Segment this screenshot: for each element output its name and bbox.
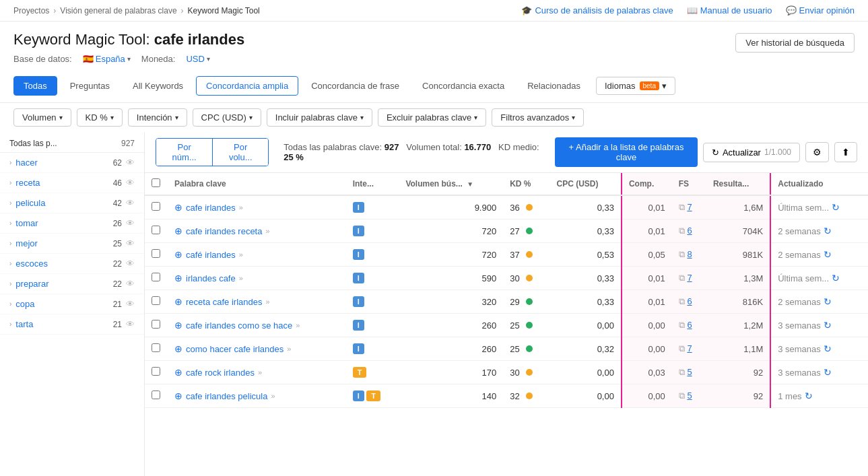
eye-icon[interactable]: 👁 [126, 158, 135, 168]
fs-number[interactable]: 7 [687, 202, 692, 212]
row-refresh-icon[interactable]: ↻ [805, 390, 813, 401]
row-refresh-icon[interactable]: ↻ [824, 343, 832, 354]
plus-icon[interactable]: ⊕ [174, 343, 182, 354]
row-checkbox[interactable] [152, 273, 160, 281]
eye-icon[interactable]: 👁 [126, 238, 135, 248]
row-checkbox[interactable] [152, 343, 160, 352]
row-refresh-icon[interactable]: ↻ [824, 226, 832, 236]
sidebar-item-copa[interactable]: › copa 21 👁 [0, 294, 144, 314]
plus-icon[interactable]: ⊕ [174, 202, 182, 213]
link-manual[interactable]: 📖 Manual de usuario [687, 5, 772, 15]
eye-icon[interactable]: 👁 [126, 218, 135, 228]
tab-concordancia-amplia[interactable]: Concordancia amplia [196, 76, 298, 96]
view-by-number[interactable]: Por núm... [156, 139, 213, 166]
fs-icon[interactable]: ⧉ [679, 296, 685, 306]
row-checkbox[interactable] [152, 320, 160, 329]
plus-icon[interactable]: ⊕ [174, 320, 182, 331]
breadcrumb-proyectos[interactable]: Proyectos [13, 6, 49, 15]
fs-number[interactable]: 6 [687, 296, 692, 306]
row-checkbox[interactable] [152, 226, 160, 234]
sidebar-item-mejor[interactable]: › mejor 25 👁 [0, 234, 144, 254]
link-curso[interactable]: 🎓 Curso de análisis de palabras clave [521, 5, 673, 15]
filter-volumen[interactable]: Volumen ▾ [13, 108, 71, 127]
tab-concordancia-exacta[interactable]: Concordancia exacta [412, 76, 514, 96]
tab-todas[interactable]: Todas [13, 76, 57, 96]
plus-icon[interactable]: ⊕ [174, 249, 182, 260]
plus-icon[interactable]: ⊕ [174, 390, 182, 401]
keyword-link[interactable]: cafe irlandes receta [186, 226, 262, 236]
eye-icon[interactable]: 👁 [126, 279, 135, 289]
eye-icon[interactable]: 👁 [126, 259, 135, 269]
plus-icon[interactable]: ⊕ [174, 273, 182, 283]
eye-icon[interactable]: 👁 [126, 198, 135, 208]
keyword-link[interactable]: cafe rock irlandes [186, 368, 255, 378]
filter-incluir[interactable]: Incluir palabras clave ▾ [267, 108, 372, 127]
plus-icon[interactable]: ⊕ [174, 367, 182, 378]
row-checkbox[interactable] [152, 296, 160, 305]
sidebar-item-tarta[interactable]: › tarta 21 👁 [0, 314, 144, 335]
tab-allkw[interactable]: All Keywords [123, 76, 193, 96]
filter-cpc[interactable]: CPC (USD) ▾ [193, 108, 261, 127]
fs-icon[interactable]: ⧉ [679, 202, 685, 212]
sidebar-item-escoces[interactable]: › escoces 22 👁 [0, 254, 144, 274]
history-button[interactable]: Ver historial de búsqueda [735, 33, 855, 53]
row-refresh-icon[interactable]: ↻ [832, 202, 840, 213]
fs-number[interactable]: 7 [687, 343, 692, 353]
tab-concordancia-frase[interactable]: Concordancia de frase [301, 76, 409, 96]
eye-icon[interactable]: 👁 [126, 299, 135, 309]
sidebar-item-receta[interactable]: › receta 46 👁 [0, 173, 144, 193]
add-to-list-button[interactable]: + Añadir a la lista de palabras clave [555, 137, 698, 167]
sidebar-item-hacer[interactable]: › hacer 62 👁 [0, 153, 144, 173]
filter-intencion[interactable]: Intención ▾ [128, 108, 187, 127]
fs-icon[interactable]: ⧉ [679, 390, 685, 401]
fs-icon[interactable]: ⧉ [679, 320, 685, 330]
row-checkbox[interactable] [152, 390, 160, 399]
tab-idiomas[interactable]: Idiomas beta ▾ [596, 77, 675, 95]
row-refresh-icon[interactable]: ↻ [824, 367, 832, 378]
fs-number[interactable]: 6 [687, 226, 692, 236]
keyword-link[interactable]: cafe irlandes pelicula [186, 391, 267, 401]
export-icon-button[interactable]: ⬆ [834, 142, 857, 162]
row-refresh-icon[interactable]: ↻ [824, 249, 832, 260]
eye-icon[interactable]: 👁 [126, 178, 135, 188]
fs-number[interactable]: 5 [687, 367, 692, 377]
database-select[interactable]: 🇪🇸 España ▾ [83, 54, 131, 64]
eye-icon[interactable]: 👁 [126, 319, 135, 329]
view-by-volume[interactable]: Por volu... [213, 139, 268, 166]
keyword-link[interactable]: receta cafe irlandes [186, 297, 262, 307]
fs-number[interactable]: 7 [687, 273, 692, 283]
row-checkbox[interactable] [152, 367, 160, 376]
row-refresh-icon[interactable]: ↻ [824, 320, 832, 331]
fs-icon[interactable]: ⧉ [679, 343, 685, 353]
fs-number[interactable]: 6 [687, 320, 692, 330]
fs-number[interactable]: 5 [687, 390, 692, 401]
fs-number[interactable]: 8 [687, 249, 692, 259]
select-all-checkbox[interactable] [152, 178, 160, 187]
filter-kd[interactable]: KD % ▾ [77, 108, 123, 127]
sidebar-item-preparar[interactable]: › preparar 22 👁 [0, 274, 144, 294]
keyword-link[interactable]: cafe irlandes [186, 203, 236, 213]
keyword-link[interactable]: irlandes cafe [186, 273, 236, 283]
filter-avanzados[interactable]: Filtros avanzados ▾ [492, 108, 584, 127]
sidebar-item-pelicula[interactable]: › pelicula 42 👁 [0, 193, 144, 213]
keyword-link[interactable]: café irlandes [186, 250, 236, 260]
currency-select[interactable]: USD ▾ [186, 54, 209, 64]
row-checkbox[interactable] [152, 202, 160, 211]
fs-icon[interactable]: ⧉ [679, 249, 685, 259]
link-opinion[interactable]: 💬 Enviar opinión [786, 5, 855, 15]
breadcrumb-vision[interactable]: Visión general de palabras clave [60, 6, 176, 15]
fs-icon[interactable]: ⧉ [679, 273, 685, 283]
row-refresh-icon[interactable]: ↻ [824, 296, 832, 307]
row-refresh-icon[interactable]: ↻ [832, 273, 840, 283]
plus-icon[interactable]: ⊕ [174, 226, 182, 236]
filter-excluir[interactable]: Excluir palabras clave ▾ [378, 108, 486, 127]
refresh-button[interactable]: ↻ Actualizar 1/1.000 [703, 143, 800, 162]
keyword-link[interactable]: cafe irlandes como se hace [186, 320, 292, 331]
keyword-link[interactable]: como hacer cafe irlandes [186, 344, 283, 354]
plus-icon[interactable]: ⊕ [174, 296, 182, 307]
tab-preguntas[interactable]: Preguntas [60, 76, 120, 96]
tab-relacionadas[interactable]: Relacionadas [517, 76, 591, 96]
row-checkbox[interactable] [152, 249, 160, 258]
sidebar-item-tomar[interactable]: › tomar 26 👁 [0, 213, 144, 234]
fs-icon[interactable]: ⧉ [679, 226, 685, 236]
